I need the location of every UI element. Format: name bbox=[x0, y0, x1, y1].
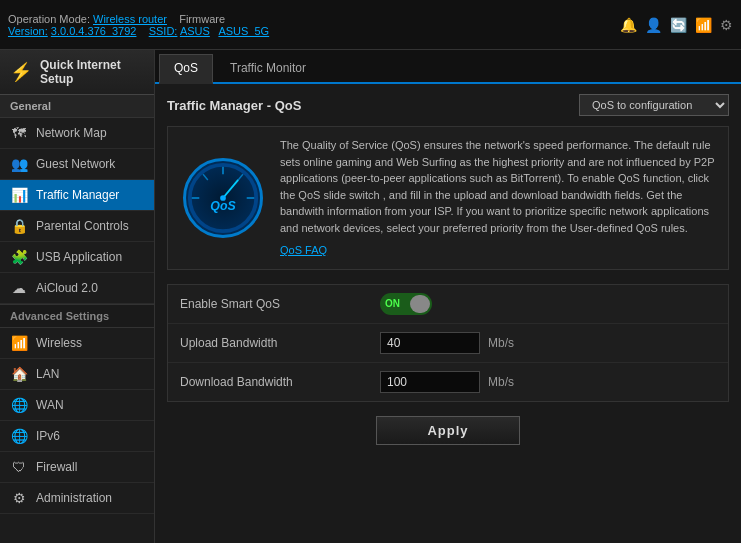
traffic-manager-header: Traffic Manager - QoS QoS to configurati… bbox=[167, 94, 729, 116]
sidebar-item-firewall-label: Firewall bbox=[36, 460, 77, 474]
sidebar-item-ipv6-label: IPv6 bbox=[36, 429, 60, 443]
settings-top-icon[interactable]: ⚙ bbox=[720, 17, 733, 33]
qos-config-dropdown[interactable]: QoS to configuration bbox=[579, 94, 729, 116]
top-bar: Operation Mode: Wireless router Firmware… bbox=[0, 0, 741, 50]
general-section-header: General bbox=[0, 95, 154, 118]
ipv6-icon: 🌐 bbox=[10, 428, 28, 444]
top-bar-icons: 🔔 👤 🔄 📶 ⚙ bbox=[620, 17, 733, 33]
network-map-icon: 🗺 bbox=[10, 125, 28, 141]
version-value: 3.0.0.4.376_3792 bbox=[51, 25, 137, 37]
refresh-icon[interactable]: 🔄 bbox=[670, 17, 687, 33]
upload-bandwidth-input[interactable] bbox=[380, 332, 480, 354]
qos-gauge-svg: QoS bbox=[186, 159, 260, 237]
sidebar-item-administration[interactable]: ⚙ Administration bbox=[0, 483, 154, 514]
parental-controls-icon: 🔒 bbox=[10, 218, 28, 234]
main-layout: ⚡ Quick Internet Setup General 🗺 Network… bbox=[0, 50, 741, 543]
download-bandwidth-input[interactable] bbox=[380, 371, 480, 393]
tab-qos[interactable]: QoS bbox=[159, 54, 213, 84]
upload-bandwidth-unit: Mb/s bbox=[488, 336, 514, 350]
sidebar: ⚡ Quick Internet Setup General 🗺 Network… bbox=[0, 50, 155, 543]
sidebar-item-guest-network-label: Guest Network bbox=[36, 157, 115, 171]
enable-smart-qos-row: Enable Smart QoS ON bbox=[168, 285, 728, 324]
enable-smart-qos-label: Enable Smart QoS bbox=[180, 297, 380, 311]
ssid-value: ASUS bbox=[180, 25, 210, 37]
page-title: Traffic Manager - QoS bbox=[167, 98, 301, 113]
tab-traffic-monitor[interactable]: Traffic Monitor bbox=[215, 54, 321, 82]
op-mode-value[interactable]: Wireless router bbox=[93, 13, 167, 25]
sidebar-item-traffic-manager-label: Traffic Manager bbox=[36, 188, 119, 202]
sidebar-item-lan[interactable]: 🏠 LAN bbox=[0, 359, 154, 390]
version-label: Version: bbox=[8, 25, 48, 37]
version-line: Version: 3.0.0.4.376_3792 SSID: ASUS ASU… bbox=[8, 25, 269, 37]
svg-line-5 bbox=[203, 174, 208, 180]
sidebar-item-usb-application-label: USB Application bbox=[36, 250, 122, 264]
download-bandwidth-row: Download Bandwidth Mb/s bbox=[168, 363, 728, 401]
sidebar-item-wan[interactable]: 🌐 WAN bbox=[0, 390, 154, 421]
advanced-settings-header: Advanced Settings bbox=[0, 304, 154, 328]
sidebar-item-parental-controls-label: Parental Controls bbox=[36, 219, 129, 233]
download-bandwidth-unit: Mb/s bbox=[488, 375, 514, 389]
toggle-thumb bbox=[410, 295, 430, 313]
guest-network-icon: 👥 bbox=[10, 156, 28, 172]
signal-icon[interactable]: 📶 bbox=[695, 17, 712, 33]
sidebar-item-wireless-label: Wireless bbox=[36, 336, 82, 350]
qos-logo: QoS bbox=[178, 137, 268, 259]
content-area: QoS Traffic Monitor Traffic Manager - Qo… bbox=[155, 50, 741, 543]
ssid-label: SSID: bbox=[149, 25, 178, 37]
toggle-track[interactable]: ON bbox=[380, 293, 432, 315]
firmware-label: Firmware bbox=[179, 13, 225, 25]
ssid-5g-value: ASUS_5G bbox=[218, 25, 269, 37]
lightning-icon: ⚡ bbox=[10, 61, 32, 83]
administration-icon: ⚙ bbox=[10, 490, 28, 506]
traffic-manager-icon: 📊 bbox=[10, 187, 28, 203]
top-bar-info: Operation Mode: Wireless router Firmware… bbox=[8, 13, 269, 37]
wireless-icon: 📶 bbox=[10, 335, 28, 351]
firewall-icon: 🛡 bbox=[10, 459, 28, 475]
sidebar-item-quick-setup[interactable]: ⚡ Quick Internet Setup bbox=[0, 50, 154, 95]
qos-form-section: Enable Smart QoS ON Upload Bandwidth bbox=[167, 284, 729, 402]
sidebar-item-ipv6[interactable]: 🌐 IPv6 bbox=[0, 421, 154, 452]
sidebar-item-aicloud-label: AiCloud 2.0 bbox=[36, 281, 98, 295]
sidebar-item-network-map-label: Network Map bbox=[36, 126, 107, 140]
qos-desc-content: The Quality of Service (QoS) ensures the… bbox=[280, 139, 714, 234]
sidebar-item-parental-controls[interactable]: 🔒 Parental Controls bbox=[0, 211, 154, 242]
sidebar-item-network-map[interactable]: 🗺 Network Map bbox=[0, 118, 154, 149]
apply-row: Apply bbox=[167, 416, 729, 445]
aicloud-icon: ☁ bbox=[10, 280, 28, 296]
qos-logo-inner: QoS bbox=[183, 158, 263, 238]
sidebar-item-traffic-manager[interactable]: 📊 Traffic Manager bbox=[0, 180, 154, 211]
quick-setup-label: Quick Internet Setup bbox=[40, 58, 144, 86]
svg-line-4 bbox=[238, 174, 243, 180]
lan-icon: 🏠 bbox=[10, 366, 28, 382]
sidebar-item-wireless[interactable]: 📶 Wireless bbox=[0, 328, 154, 359]
qos-faq-link[interactable]: QoS FAQ bbox=[280, 242, 718, 259]
toggle-on-label: ON bbox=[385, 298, 400, 309]
notification-icon[interactable]: 🔔 bbox=[620, 17, 637, 33]
smart-qos-toggle[interactable]: ON bbox=[380, 293, 432, 315]
wan-icon: 🌐 bbox=[10, 397, 28, 413]
svg-text:QoS: QoS bbox=[210, 199, 236, 213]
usb-application-icon: 🧩 bbox=[10, 249, 28, 265]
sidebar-item-firewall[interactable]: 🛡 Firewall bbox=[0, 452, 154, 483]
sidebar-item-lan-label: LAN bbox=[36, 367, 59, 381]
sidebar-item-administration-label: Administration bbox=[36, 491, 112, 505]
download-bandwidth-label: Download Bandwidth bbox=[180, 375, 380, 389]
apply-button[interactable]: Apply bbox=[376, 416, 519, 445]
sidebar-item-aicloud[interactable]: ☁ AiCloud 2.0 bbox=[0, 273, 154, 304]
tabs-bar: QoS Traffic Monitor bbox=[155, 50, 741, 84]
op-mode-label: Operation Mode: bbox=[8, 13, 90, 25]
op-mode-line: Operation Mode: Wireless router Firmware bbox=[8, 13, 269, 25]
page-content: Traffic Manager - QoS QoS to configurati… bbox=[155, 84, 741, 543]
sidebar-item-wan-label: WAN bbox=[36, 398, 64, 412]
download-bandwidth-value: Mb/s bbox=[380, 371, 514, 393]
upload-bandwidth-label: Upload Bandwidth bbox=[180, 336, 380, 350]
upload-bandwidth-row: Upload Bandwidth Mb/s bbox=[168, 324, 728, 363]
user-icon[interactable]: 👤 bbox=[645, 17, 662, 33]
upload-bandwidth-value: Mb/s bbox=[380, 332, 514, 354]
sidebar-item-guest-network[interactable]: 👥 Guest Network bbox=[0, 149, 154, 180]
sidebar-item-usb-application[interactable]: 🧩 USB Application bbox=[0, 242, 154, 273]
qos-description-text: The Quality of Service (QoS) ensures the… bbox=[280, 137, 718, 259]
enable-smart-qos-value: ON bbox=[380, 293, 432, 315]
qos-info-section: QoS The Quality of Service (QoS) ensures… bbox=[167, 126, 729, 270]
svg-line-6 bbox=[223, 180, 238, 198]
